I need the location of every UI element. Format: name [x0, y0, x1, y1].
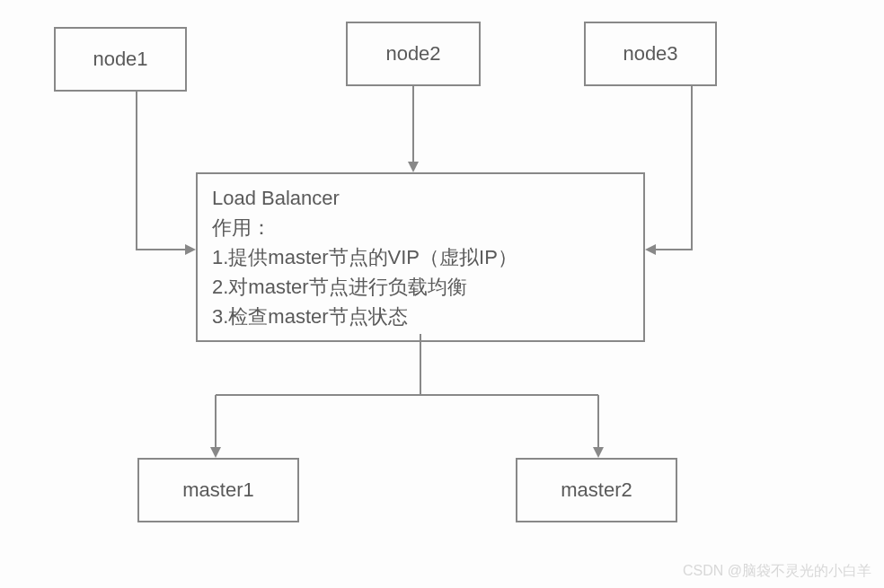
lb-role-label: 作用：	[212, 213, 629, 242]
node2-label: node2	[385, 42, 440, 66]
node2-box: node2	[346, 22, 481, 86]
lb-item-3: 3.检查master节点状态	[212, 302, 629, 331]
lb-item-2: 2.对master节点进行负载均衡	[212, 272, 629, 302]
node3-box: node3	[584, 22, 717, 86]
svg-marker-3	[645, 244, 656, 255]
lb-title: Load Balancer	[212, 183, 629, 213]
svg-marker-7	[210, 447, 221, 458]
lb-item-1: 1.提供master节点的VIP（虚拟IP）	[212, 242, 629, 272]
node1-label: node1	[93, 48, 147, 71]
svg-marker-0	[185, 244, 196, 255]
master1-label: master1	[182, 478, 253, 502]
master2-label: master2	[561, 478, 632, 502]
watermark: CSDN @脑袋不灵光的小白羊	[683, 562, 871, 581]
node1-box: node1	[54, 27, 187, 92]
load-balancer-box: Load Balancer 作用： 1.提供master节点的VIP（虚拟IP）…	[196, 172, 645, 342]
svg-marker-9	[593, 447, 604, 458]
master1-box: master1	[137, 458, 299, 522]
master2-box: master2	[516, 458, 677, 522]
node3-label: node3	[623, 42, 677, 66]
svg-marker-2	[408, 162, 419, 172]
